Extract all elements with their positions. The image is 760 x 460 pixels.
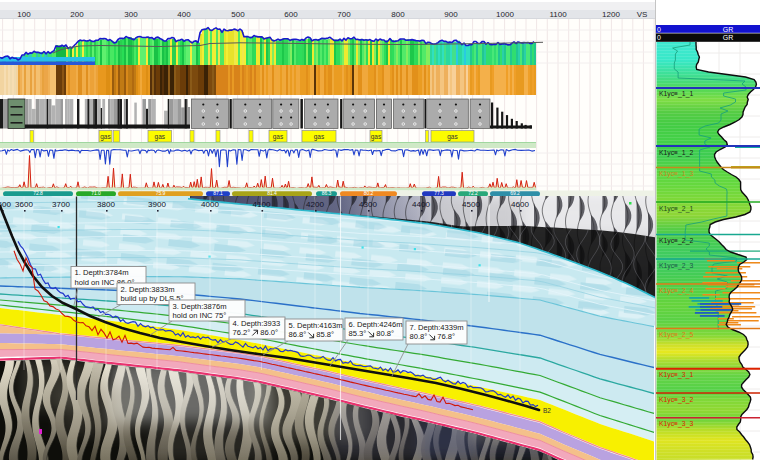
- svg-text:800: 800: [391, 10, 405, 19]
- svg-text:K1yc≡_2_4: K1yc≡_2_4: [659, 287, 693, 295]
- svg-text:76.2°: 76.2°: [233, 328, 251, 337]
- svg-text:3900: 3900: [148, 200, 166, 209]
- svg-text:1. Depth:3784m: 1. Depth:3784m: [75, 268, 129, 277]
- svg-text:2. Depth:3833m: 2. Depth:3833m: [121, 285, 175, 294]
- svg-text:gas: gas: [273, 133, 284, 141]
- svg-text:3800: 3800: [97, 200, 115, 209]
- svg-text:400: 400: [177, 10, 191, 19]
- svg-text:1200: 1200: [602, 10, 620, 19]
- svg-text:85.8°: 85.8°: [316, 330, 334, 339]
- svg-text:86.3: 86.3: [322, 190, 332, 196]
- svg-text:100: 100: [17, 10, 31, 19]
- svg-text:K1yc≡_1_1: K1yc≡_1_1: [659, 90, 693, 98]
- svg-text:86.8°: 86.8°: [289, 330, 307, 339]
- svg-text:gas: gas: [314, 133, 325, 141]
- svg-text:B2: B2: [543, 407, 551, 414]
- svg-text:86.0°: 86.0°: [260, 328, 278, 337]
- svg-text:K1yc≡_1_2: K1yc≡_1_2: [659, 149, 693, 157]
- svg-text:76.8°: 76.8°: [437, 332, 455, 341]
- svg-text:4400: 4400: [412, 200, 430, 209]
- svg-text:VS: VS: [637, 10, 648, 19]
- svg-text:1000: 1000: [496, 10, 514, 19]
- svg-text:4. Depth:3933: 4. Depth:3933: [233, 319, 281, 328]
- svg-text:gas: gas: [371, 133, 382, 141]
- svg-text:4500: 4500: [462, 200, 480, 209]
- svg-text:4000: 4000: [201, 200, 219, 209]
- svg-text:80.8°: 80.8°: [376, 329, 394, 338]
- svg-text:gas: gas: [100, 133, 111, 141]
- svg-text:GR: GR: [723, 34, 734, 41]
- svg-text:81.4: 81.4: [267, 190, 277, 196]
- svg-text:69.2: 69.2: [510, 190, 520, 196]
- svg-text:K1yc≡_2_5: K1yc≡_2_5: [659, 331, 693, 339]
- svg-text:200: 200: [70, 10, 84, 19]
- svg-text:K1yc≡_3_3: K1yc≡_3_3: [659, 420, 693, 428]
- svg-text:K1yc≡_3_2: K1yc≡_3_2: [659, 396, 693, 404]
- svg-text:87.1: 87.1: [213, 190, 223, 196]
- svg-text:K1yc≡_2_3: K1yc≡_2_3: [659, 262, 693, 270]
- svg-text:71.0: 71.0: [91, 190, 101, 196]
- svg-text:85.3°: 85.3°: [349, 329, 367, 338]
- svg-text:K1yc≡_2_2: K1yc≡_2_2: [659, 237, 693, 245]
- svg-text:0: 0: [657, 34, 661, 41]
- svg-text:4100: 4100: [253, 200, 271, 209]
- svg-text:77.3: 77.3: [434, 190, 444, 196]
- svg-text:4600: 4600: [511, 200, 529, 209]
- svg-text:600: 600: [284, 10, 298, 19]
- svg-text:4200: 4200: [306, 200, 324, 209]
- svg-text:K1yc≡_3_1: K1yc≡_3_1: [659, 371, 693, 379]
- svg-text:4300: 4300: [359, 200, 377, 209]
- svg-text:500: 500: [231, 10, 245, 19]
- svg-text:K1yc≡_2_1: K1yc≡_2_1: [659, 205, 693, 213]
- svg-text:300: 300: [124, 10, 138, 19]
- svg-text:7. Depth:4339m: 7. Depth:4339m: [410, 323, 464, 332]
- svg-text:80.2: 80.2: [364, 190, 374, 196]
- svg-text:3700: 3700: [52, 200, 70, 209]
- svg-text:1100: 1100: [549, 10, 567, 19]
- svg-text:700: 700: [337, 10, 351, 19]
- svg-text:6. Depth:4246m: 6. Depth:4246m: [349, 320, 403, 329]
- svg-text:75.9: 75.9: [156, 190, 166, 196]
- svg-text:72.8: 72.8: [33, 190, 43, 196]
- svg-text:3. Depth:3876m: 3. Depth:3876m: [173, 302, 227, 311]
- svg-text:80.8°: 80.8°: [410, 332, 428, 341]
- svg-text:gas: gas: [447, 133, 458, 141]
- svg-text:hold on INC 75°: hold on INC 75°: [173, 311, 227, 320]
- svg-text:gas: gas: [155, 133, 166, 141]
- svg-text:0: 0: [657, 26, 661, 33]
- svg-text:3600: 3600: [15, 200, 33, 209]
- svg-text:K1yc≡_1_3: K1yc≡_1_3: [659, 170, 693, 178]
- svg-text:900: 900: [444, 10, 458, 19]
- svg-text:GR: GR: [723, 26, 734, 33]
- svg-text:72.2: 72.2: [468, 190, 478, 196]
- svg-text:5. Depth:4163m: 5. Depth:4163m: [289, 321, 343, 330]
